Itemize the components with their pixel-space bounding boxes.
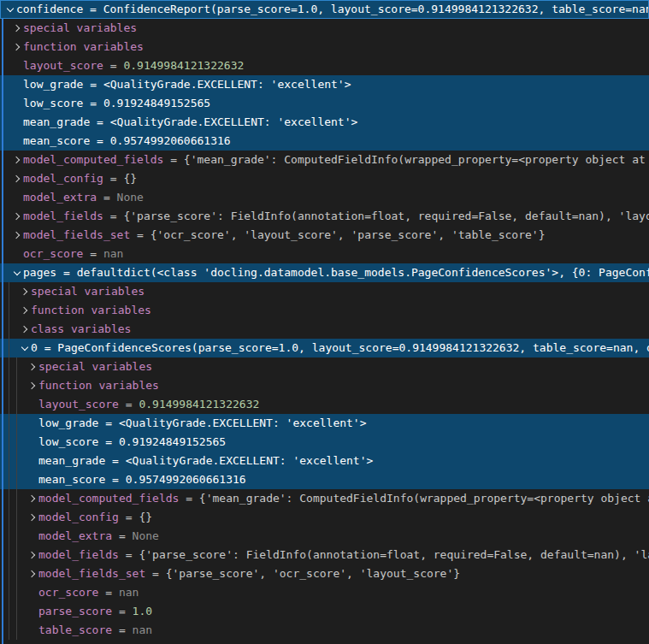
variable-row[interactable]: model_computed_fields = {'mean_grade': C… (0, 489, 649, 508)
equals-sign: = (179, 489, 198, 508)
twistie-spacer (27, 527, 38, 546)
twistie-spacer (11, 113, 23, 132)
chevron-right-icon[interactable] (27, 508, 38, 527)
indent-guide (9, 357, 9, 376)
variable-row[interactable]: ocr_score = nan (0, 245, 649, 263)
variable-row[interactable]: model_extra = None (0, 188, 649, 207)
variable-row[interactable]: model_config = {} (0, 508, 649, 527)
variable-name: mean_grade (38, 452, 105, 470)
variable-name: layout_score (23, 56, 103, 75)
chevron-right-icon[interactable] (19, 282, 31, 301)
variable-name: model_extra (23, 188, 97, 207)
variable-row[interactable]: mean_grade = <QualityGrade.EXCELLENT: 'e… (0, 452, 649, 470)
variable-name: low_grade (23, 75, 83, 94)
variable-row[interactable]: low_grade = <QualityGrade.EXCELLENT: 'ex… (0, 75, 649, 94)
variable-row[interactable]: model_extra = None (0, 527, 649, 546)
variable-value: PageConfidenceScores(parse_score=1.0, la… (57, 339, 649, 357)
variables-tree[interactable]: confidence = ConfidenceReport(parse_scor… (0, 0, 649, 640)
equals-sign: = (38, 339, 57, 357)
variable-row[interactable]: layout_score = 0.9149984121322632 (0, 56, 649, 75)
chevron-right-icon[interactable] (11, 19, 23, 38)
chevron-right-icon[interactable] (11, 38, 23, 56)
variable-name: special variables (23, 19, 137, 38)
chevron-down-icon[interactable] (19, 339, 31, 357)
variable-row[interactable]: model_fields_set = {'parse_score', 'ocr_… (0, 564, 649, 583)
chevron-down-icon[interactable] (4, 0, 16, 19)
variable-row[interactable]: ocr_score = nan (0, 583, 649, 602)
chevron-right-icon[interactable] (19, 301, 31, 320)
twistie-spacer (27, 433, 38, 452)
variable-row[interactable]: special variables (0, 19, 649, 38)
variable-row[interactable]: 0 = PageConfidenceScores(parse_score=1.0… (0, 339, 649, 357)
variable-value: 1.0 (133, 602, 152, 621)
chevron-right-icon[interactable] (11, 226, 23, 245)
variable-row[interactable]: model_computed_fields = {'mean_grade': C… (0, 151, 649, 169)
indent-guide (9, 583, 9, 602)
chevron-right-icon[interactable] (27, 489, 38, 508)
variable-row[interactable]: mean_score = 0.9574992060661316 (0, 132, 649, 151)
equals-sign: = (98, 414, 118, 433)
variable-row[interactable]: mean_grade = <QualityGrade.EXCELLENT: 'e… (0, 113, 649, 132)
variable-name: mean_score (23, 132, 90, 151)
variable-row[interactable]: low_score = 0.91924849152565 (0, 433, 649, 452)
variable-name: low_grade (38, 414, 98, 433)
variable-value: ConfidenceReport(parse_score=1.0, layout… (103, 0, 649, 19)
variable-row[interactable]: parse_score = 1.0 (0, 602, 649, 621)
variable-row[interactable]: mean_score = 0.9574992060661316 (0, 470, 649, 489)
equals-sign: = (56, 263, 76, 282)
twistie-spacer (27, 470, 38, 489)
variable-name: model_config (23, 169, 103, 188)
indent-guide (16, 414, 17, 433)
variable-row[interactable]: table_score = nan (0, 621, 649, 640)
chevron-right-icon[interactable] (27, 357, 38, 376)
chevron-right-icon[interactable] (11, 207, 23, 226)
chevron-right-icon[interactable] (27, 546, 38, 564)
variable-value: {} (123, 169, 137, 188)
chevron-right-icon[interactable] (19, 320, 31, 339)
equals-sign: = (112, 527, 132, 546)
variable-value: {'mean_grade': ComputedFieldInfo(wrapped… (184, 151, 649, 169)
twistie-spacer (27, 395, 38, 414)
indent-guide (9, 564, 9, 583)
variable-row[interactable]: low_grade = <QualityGrade.EXCELLENT: 'ex… (0, 414, 649, 433)
variable-row[interactable]: pages = defaultdict(<class 'docling.data… (0, 263, 649, 282)
chevron-down-icon[interactable] (11, 263, 23, 282)
variable-value: <QualityGrade.EXCELLENT: 'excellent'> (103, 75, 351, 94)
indent-guide (16, 602, 17, 621)
variable-value: {'parse_score': FieldInfo(annotation=flo… (139, 546, 649, 564)
variable-row[interactable]: function variables (0, 38, 649, 56)
equals-sign: = (119, 508, 139, 527)
variable-row[interactable]: class variables (0, 320, 649, 339)
equals-sign: = (130, 226, 150, 245)
variable-row[interactable]: model_fields = {'parse_score': FieldInfo… (0, 546, 649, 564)
variable-row[interactable]: model_config = {} (0, 169, 649, 188)
variable-value: {'parse_score', 'ocr_score', 'layout_sco… (166, 564, 460, 583)
variable-row[interactable]: low_score = 0.91924849152565 (0, 94, 649, 113)
equals-sign: = (103, 56, 123, 75)
indent-guide (9, 376, 9, 395)
chevron-right-icon[interactable] (11, 151, 23, 169)
variable-name: class variables (31, 320, 131, 339)
variable-name: pages (23, 263, 56, 282)
indent-guide (16, 376, 17, 395)
variable-row[interactable]: model_fields_set = {'ocr_score', 'layout… (0, 226, 649, 245)
variable-row[interactable]: model_fields = {'parse_score': FieldInfo… (0, 207, 649, 226)
twistie-spacer (27, 452, 38, 470)
variable-row[interactable]: function variables (0, 301, 649, 320)
variable-name: low_score (23, 94, 83, 113)
indent-guide (16, 489, 17, 508)
equals-sign: = (105, 452, 125, 470)
variable-name: ocr_score (23, 245, 83, 263)
chevron-right-icon[interactable] (11, 169, 23, 188)
indent-guide (16, 508, 17, 527)
twistie-spacer (11, 75, 23, 94)
variable-row[interactable]: function variables (0, 376, 649, 395)
chevron-right-icon[interactable] (27, 564, 38, 583)
indent-guide (9, 602, 9, 621)
variable-row[interactable]: special variables (0, 357, 649, 376)
chevron-right-icon[interactable] (27, 376, 38, 395)
variable-row[interactable]: confidence = ConfidenceReport(parse_scor… (0, 0, 649, 19)
variable-row[interactable]: layout_score = 0.9149984121322632 (0, 395, 649, 414)
variable-name: model_fields_set (38, 564, 145, 583)
variable-row[interactable]: special variables (0, 282, 649, 301)
